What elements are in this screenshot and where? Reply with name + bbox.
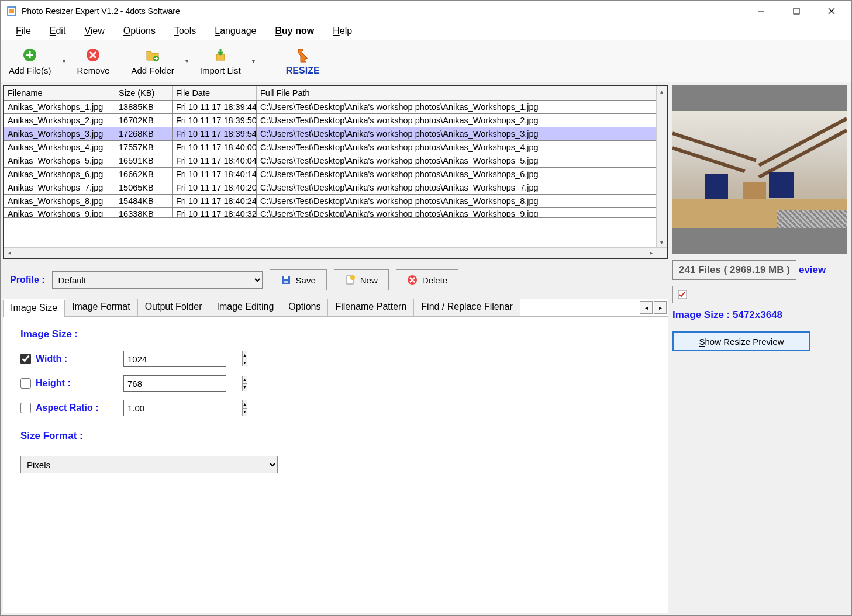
- table-row[interactable]: Anikas_Workshops_4.jpg17557KBFri 10 11 1…: [4, 141, 656, 154]
- table-row[interactable]: Anikas_Workshops_1.jpg13885KBFri 10 11 1…: [4, 101, 656, 114]
- horizontal-scrollbar[interactable]: ◂ ▸: [4, 247, 667, 258]
- menu-view[interactable]: View: [75, 23, 113, 39]
- tab-options[interactable]: Options: [281, 299, 328, 316]
- tab-image-format[interactable]: Image Format: [65, 299, 138, 316]
- show-resize-preview-button[interactable]: Show Resize Preview: [672, 331, 810, 351]
- cell-size: 17268KB: [115, 127, 173, 140]
- cell-date: Fri 10 11 17 18:39:44: [173, 101, 257, 113]
- header-size[interactable]: Size (KB): [115, 86, 173, 100]
- cell-name: Anikas_Workshops_4.jpg: [4, 141, 115, 154]
- cell-date: Fri 10 11 17 18:40:20: [173, 181, 257, 194]
- close-button[interactable]: [814, 1, 849, 22]
- scroll-left-arrow[interactable]: ◂: [4, 250, 15, 256]
- cell-name: Anikas_Workshops_2.jpg: [4, 114, 115, 127]
- new-doc-icon: [345, 275, 356, 285]
- add-folder-button[interactable]: Add Folder: [123, 41, 182, 81]
- menu-bar: File Edit View Options Tools Language Bu…: [1, 22, 851, 40]
- height-checkbox[interactable]: [20, 378, 31, 389]
- tab-output-folder[interactable]: Output Folder: [138, 299, 210, 316]
- add-files-button[interactable]: Add File(s): [1, 41, 60, 81]
- height-input[interactable]: [124, 376, 242, 391]
- app-window: Photo Resizer Expert V1.2 - 4dots Softwa…: [0, 0, 852, 616]
- aspect-step-up[interactable]: ▲: [243, 400, 247, 409]
- import-list-dropdown[interactable]: ▾: [249, 41, 258, 81]
- menu-buy-now[interactable]: Buy now: [266, 23, 324, 39]
- svg-rect-3: [794, 8, 799, 14]
- resize-button[interactable]: RESIZE: [264, 41, 342, 81]
- table-row[interactable]: Anikas_Workshops_8.jpg15484KBFri 10 11 1…: [4, 195, 656, 208]
- save-disk-icon: [281, 275, 291, 285]
- size-format-select[interactable]: Pixels: [20, 456, 278, 473]
- cell-date: Fri 10 11 17 18:40:14: [173, 168, 257, 181]
- height-spinner: ▲▼: [123, 375, 226, 392]
- menu-tools[interactable]: Tools: [165, 23, 205, 39]
- file-count-badge: 241 Files ( 2969.19 MB ): [672, 260, 796, 280]
- height-step-down[interactable]: ▼: [243, 384, 247, 392]
- title-bar: Photo Resizer Expert V1.2 - 4dots Softwa…: [1, 1, 851, 22]
- cell-size: 16662KB: [115, 168, 173, 181]
- add-files-dropdown[interactable]: ▾: [60, 41, 69, 81]
- menu-options[interactable]: Options: [114, 23, 165, 39]
- tab-filename-pattern[interactable]: Filename Pattern: [328, 299, 414, 316]
- aspect-step-down[interactable]: ▼: [243, 409, 247, 416]
- scroll-up-arrow[interactable]: ▴: [657, 86, 667, 96]
- cell-date: Fri 10 11 17 18:40:24: [173, 195, 257, 207]
- scroll-right-arrow[interactable]: ▸: [646, 250, 656, 256]
- minimize-button[interactable]: [744, 1, 779, 22]
- menu-edit[interactable]: Edit: [40, 23, 75, 39]
- cell-path: C:\Users\Test\Desktop\Anika's workshop p…: [257, 141, 656, 154]
- width-input[interactable]: [124, 351, 242, 366]
- add-files-label: Add File(s): [9, 65, 51, 75]
- width-step-down[interactable]: ▼: [243, 359, 247, 367]
- tabs-container: Image SizeImage FormatOutput FolderImage…: [3, 299, 668, 613]
- import-icon: [212, 47, 229, 63]
- app-icon: [6, 6, 17, 16]
- table-row[interactable]: Anikas_Workshops_3.jpg17268KBFri 10 11 1…: [4, 127, 656, 141]
- width-step-up[interactable]: ▲: [243, 351, 247, 359]
- menu-language[interactable]: Language: [205, 23, 265, 39]
- profile-delete-button[interactable]: Delete: [396, 269, 458, 290]
- tabs-scroll-right[interactable]: ▸: [654, 301, 667, 314]
- aspect-checkbox[interactable]: [20, 403, 31, 413]
- checklist-icon-button[interactable]: [672, 286, 692, 303]
- table-row[interactable]: Anikas_Workshops_6.jpg16662KBFri 10 11 1…: [4, 168, 656, 181]
- delete-x-icon: [407, 275, 418, 285]
- table-row[interactable]: Anikas_Workshops_2.jpg16702KBFri 10 11 1…: [4, 114, 656, 127]
- aspect-input[interactable]: [124, 400, 242, 416]
- width-checkbox[interactable]: [20, 354, 31, 364]
- table-row[interactable]: Anikas_Workshops_9.jpg16338KBFri 10 11 1…: [4, 208, 656, 218]
- cell-date: Fri 10 11 17 18:39:54: [173, 127, 257, 140]
- profile-new-button[interactable]: New: [334, 269, 389, 290]
- remove-button[interactable]: Remove: [69, 41, 118, 81]
- tab-image-editing[interactable]: Image Editing: [209, 299, 281, 316]
- menu-file[interactable]: File: [6, 23, 40, 39]
- file-table: Filename Size (KB) File Date Full File P…: [3, 85, 668, 259]
- height-step-up[interactable]: ▲: [243, 376, 247, 384]
- profile-select[interactable]: Default: [52, 271, 263, 289]
- cell-size: 15065KB: [115, 181, 173, 194]
- maximize-button[interactable]: [779, 1, 814, 22]
- profile-save-button[interactable]: Save: [270, 269, 327, 290]
- table-row[interactable]: Anikas_Workshops_5.jpg16591KBFri 10 11 1…: [4, 154, 656, 168]
- table-row[interactable]: Anikas_Workshops_7.jpg15065KBFri 10 11 1…: [4, 181, 656, 195]
- add-folder-dropdown[interactable]: ▾: [182, 41, 192, 81]
- tab-find-replace-filenar[interactable]: Find / Replace Filenar: [414, 299, 520, 316]
- cell-path: C:\Users\Test\Desktop\Anika's workshop p…: [257, 208, 656, 217]
- import-list-button[interactable]: Import List: [192, 41, 249, 81]
- table-body: Anikas_Workshops_1.jpg13885KBFri 10 11 1…: [4, 101, 656, 218]
- import-list-label: Import List: [200, 65, 241, 75]
- header-date[interactable]: File Date: [173, 86, 257, 100]
- cell-date: Fri 10 11 17 18:40:04: [173, 154, 257, 167]
- cell-size: 16338KB: [115, 208, 173, 217]
- scroll-down-arrow[interactable]: ▾: [657, 237, 667, 247]
- menu-help[interactable]: Help: [323, 23, 361, 39]
- tabs-scroll-left[interactable]: ◂: [640, 301, 653, 314]
- vertical-scrollbar[interactable]: ▴ ▾: [656, 86, 667, 247]
- preview-image-box: [672, 85, 847, 254]
- checklist-icon: [678, 290, 687, 299]
- header-path[interactable]: Full File Path: [257, 86, 656, 100]
- svg-rect-17: [284, 276, 288, 279]
- header-filename[interactable]: Filename: [4, 86, 115, 100]
- tab-image-size[interactable]: Image Size: [3, 300, 65, 317]
- cell-size: 16591KB: [115, 154, 173, 167]
